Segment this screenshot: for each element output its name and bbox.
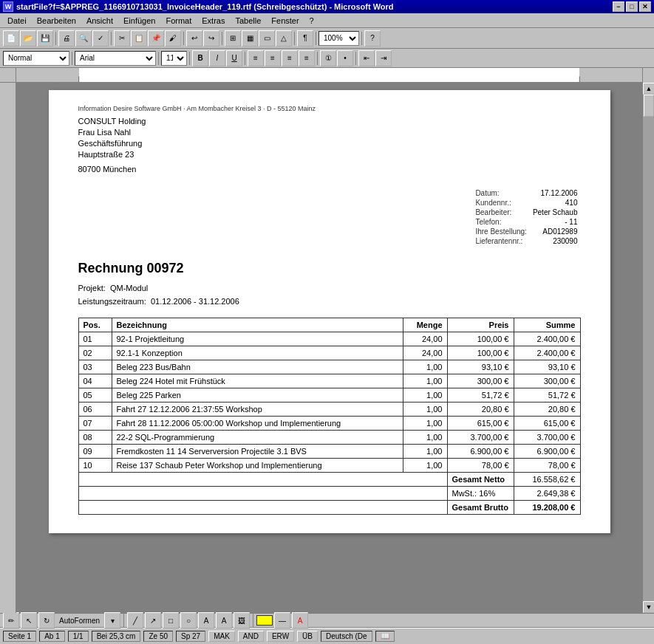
- status-lang: Deutsch (De: [321, 631, 372, 642]
- invoice-table: Pos. Bezeichnung Menge Preis Summe 0192-…: [78, 318, 581, 515]
- italic-button[interactable]: I: [209, 50, 225, 66]
- table-row: 0292.1-1 Konzeption24,00100,00 €2.400,00…: [78, 346, 580, 360]
- new-button[interactable]: 📄: [3, 30, 19, 47]
- align-center-button[interactable]: ≡: [265, 50, 281, 66]
- toolbar-sep6: [316, 32, 316, 45]
- fmt-sep3: [189, 52, 190, 65]
- align-right-button[interactable]: ≡: [282, 50, 298, 66]
- close-button[interactable]: ✕: [639, 1, 651, 12]
- clipart-tool[interactable]: 🖼: [234, 612, 250, 628]
- cut-button[interactable]: ✂: [114, 30, 130, 47]
- fmt-sep2: [158, 52, 159, 65]
- bestellung-label: Ihre Bestellung:: [472, 227, 530, 236]
- scroll-up-button[interactable]: ▲: [643, 83, 654, 95]
- frame-button[interactable]: ▭: [259, 30, 275, 47]
- col-summe: Summe: [514, 318, 580, 332]
- autoformen-dropdown[interactable]: ▾: [104, 612, 120, 628]
- drawing-button[interactable]: △: [276, 30, 292, 47]
- cursor-button[interactable]: ↖: [21, 612, 37, 628]
- wordart-tool[interactable]: A: [216, 612, 232, 628]
- col-preis: Preis: [447, 318, 514, 332]
- title-bar: W startFile?f=$APPREG_1166910713031_Invo…: [0, 0, 654, 13]
- recipient-street: Hauptstraße 23: [78, 150, 581, 159]
- status-ze: Ze 50: [143, 631, 173, 642]
- status-bei: Bei 25,3 cm: [92, 631, 141, 642]
- autoformen-label: AutoFormen: [56, 617, 103, 625]
- decrease-indent-button[interactable]: ⇤: [358, 50, 375, 66]
- scroll-track[interactable]: [643, 95, 654, 601]
- menu-extras[interactable]: Extras: [197, 15, 229, 27]
- menu-bearbeiten[interactable]: Bearbeiten: [33, 15, 81, 27]
- bullets-button[interactable]: •: [337, 50, 353, 66]
- help-button[interactable]: ?: [364, 30, 381, 47]
- scroll-down-button[interactable]: ▼: [643, 601, 654, 613]
- increase-indent-button[interactable]: ⇥: [375, 50, 392, 66]
- redo-button[interactable]: ↪: [203, 30, 219, 47]
- preview-button[interactable]: 🔍: [75, 30, 92, 47]
- fill-color-button[interactable]: [256, 615, 273, 626]
- ruler-scrollbar-corner: [642, 68, 654, 83]
- save-button[interactable]: 💾: [37, 30, 53, 47]
- draw-button[interactable]: ✏: [3, 612, 19, 628]
- open-button[interactable]: 📂: [20, 30, 36, 47]
- align-left-button[interactable]: ≡: [248, 50, 264, 66]
- numbering-button[interactable]: ①: [320, 50, 336, 66]
- oval-tool[interactable]: ○: [180, 612, 197, 628]
- header-section: Datum: 17.12.2006 Kundennr.: 410 Bearbei…: [78, 188, 581, 246]
- justify-button[interactable]: ≡: [299, 50, 315, 66]
- table-row: 0822-2 SQL-Programmierung1,003.700,00 €3…: [78, 431, 580, 445]
- toolbar-sep2: [111, 32, 112, 45]
- font-select[interactable]: Arial: [75, 51, 156, 66]
- font-color-button[interactable]: A: [292, 612, 308, 628]
- style-select[interactable]: Normal: [3, 51, 69, 66]
- print-button[interactable]: 🖨: [58, 30, 75, 47]
- document-page: Information Desire Software GmbH · Am Mo…: [49, 90, 610, 533]
- columns-button[interactable]: ▦: [242, 30, 258, 47]
- rect-tool[interactable]: □: [163, 612, 179, 628]
- format-painter[interactable]: 🖌: [165, 30, 181, 47]
- showhide-button[interactable]: ¶: [297, 30, 313, 47]
- table-row: 03Beleg 223 Bus/Bahn1,0093,10 €93,10 €: [78, 360, 580, 374]
- bold-button[interactable]: B: [192, 50, 208, 66]
- menu-datei[interactable]: Datei: [3, 15, 31, 27]
- undo-button[interactable]: ↩: [186, 30, 202, 47]
- underline-button[interactable]: U: [226, 50, 242, 66]
- menu-help[interactable]: ?: [305, 15, 319, 27]
- refresh-button[interactable]: ↻: [38, 612, 55, 628]
- menu-format[interactable]: Format: [161, 15, 196, 27]
- status-erw: ERW: [267, 631, 294, 642]
- vertical-scrollbar[interactable]: ▲ ▼: [642, 83, 654, 613]
- status-and: AND: [238, 631, 264, 642]
- line-tool[interactable]: ╱: [127, 612, 143, 628]
- table-row: 06Fahrt 27 12.12.2006 21:37:55 Workshop1…: [78, 402, 580, 417]
- status-icon: 📖: [375, 631, 395, 642]
- fmt-sep5: [317, 52, 318, 65]
- table-row: 04Beleg 224 Hotel mit Frühstück1,00300,0…: [78, 374, 580, 388]
- menu-tabelle[interactable]: Tabelle: [231, 15, 265, 27]
- leistung-value: 01.12.2006 - 31.12.2006: [151, 297, 239, 306]
- invoice-title: Rechnung 00972: [78, 261, 581, 276]
- document-scroll-area[interactable]: Information Desire Software GmbH · Am Mo…: [16, 83, 642, 613]
- scroll-thumb[interactable]: [644, 95, 654, 117]
- textbox-tool[interactable]: A: [198, 612, 214, 628]
- zoom-select[interactable]: 100%: [319, 31, 359, 46]
- mwst-value: 2.649,38 €: [514, 487, 580, 501]
- gesamt-netto-label: Gesamt Netto: [447, 473, 514, 487]
- line-color-button[interactable]: —: [274, 612, 290, 628]
- paste-button[interactable]: 📌: [148, 30, 164, 47]
- fontsize-select[interactable]: 11: [161, 51, 187, 66]
- ruler-area: [0, 68, 654, 83]
- menu-ansicht[interactable]: Ansicht: [82, 15, 117, 27]
- menu-einfuegen[interactable]: Einfügen: [119, 15, 160, 27]
- minimize-button[interactable]: −: [613, 1, 624, 12]
- col-pos: Pos.: [78, 318, 112, 332]
- spellcheck-button[interactable]: ✓: [92, 30, 109, 47]
- copy-button[interactable]: 📋: [131, 30, 147, 47]
- maximize-button[interactable]: □: [626, 1, 638, 12]
- arrow-tool[interactable]: ↗: [145, 612, 161, 628]
- datum-value: 17.12.2006: [530, 188, 581, 198]
- horizontal-ruler: [16, 68, 642, 83]
- menu-fenster[interactable]: Fenster: [267, 15, 303, 27]
- table-button[interactable]: ⊞: [225, 30, 241, 47]
- menu-bar: Datei Bearbeiten Ansicht Einfügen Format…: [0, 13, 654, 28]
